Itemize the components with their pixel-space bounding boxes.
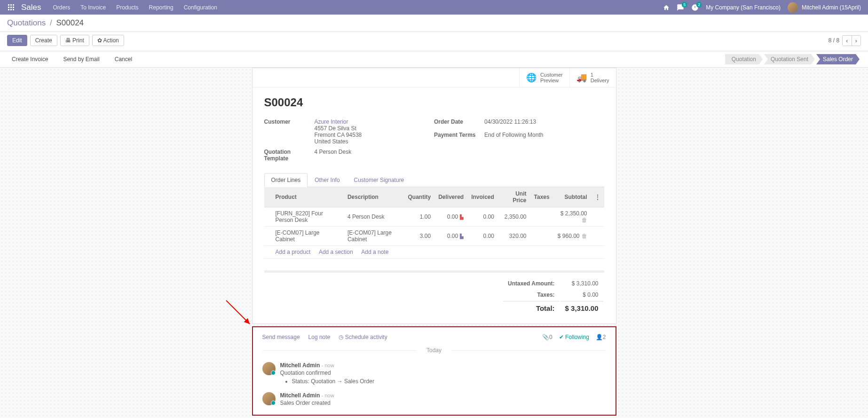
- create-invoice-button[interactable]: Create Invoice: [7, 54, 53, 64]
- menu-products[interactable]: Products: [116, 4, 138, 11]
- status-quotation[interactable]: Quotation: [725, 54, 763, 64]
- action-button[interactable]: ✿ Action: [92, 35, 124, 46]
- delete-icon[interactable]: 🗑: [582, 217, 587, 223]
- user-menu[interactable]: Mitchell Admin (15April): [788, 2, 861, 13]
- status-row: Create Invoice Send by Email Cancel Quot…: [0, 51, 868, 68]
- svg-line-9: [226, 300, 250, 324]
- breadcrumb-current: S00024: [56, 18, 84, 27]
- activity-icon[interactable]: 2: [691, 4, 699, 11]
- svg-rect-1: [10, 4, 12, 6]
- status-sales-order[interactable]: Sales Order: [816, 54, 860, 64]
- breadcrumb-parent[interactable]: Quotations: [7, 18, 46, 27]
- tab-order-lines[interactable]: Order Lines: [264, 173, 308, 187]
- msg-text: Quotation confirmed Status: Quotation → …: [280, 370, 606, 385]
- delete-icon[interactable]: 🗑: [582, 233, 587, 239]
- svg-rect-4: [10, 7, 12, 8]
- col-unit-price: Unit Price: [498, 187, 530, 207]
- svg-rect-3: [8, 7, 9, 8]
- breadcrumb-sep: /: [50, 18, 52, 27]
- company-switcher[interactable]: My Company (San Francisco): [706, 4, 781, 11]
- untaxed-label: Untaxed Amount:: [503, 278, 560, 289]
- order-date-value: 04/30/2022 11:26:13: [484, 118, 536, 125]
- menu-orders[interactable]: Orders: [53, 4, 71, 11]
- pager-prev-button[interactable]: ‹: [843, 36, 852, 46]
- messages-icon[interactable]: 5: [677, 4, 684, 11]
- form-sheet: 🌐 CustomerPreview 🚚 1Delivery S00024 Cus…: [252, 68, 616, 324]
- col-menu[interactable]: ⋮: [591, 187, 604, 207]
- customer-preview-button[interactable]: 🌐 CustomerPreview: [519, 68, 569, 87]
- log-note-link[interactable]: Log note: [308, 334, 331, 340]
- msg-author: Mitchell Admin: [280, 362, 320, 369]
- order-lines-table: Product Description Quantity Delivered I…: [264, 187, 604, 259]
- untaxed-value: $ 3,310.00: [560, 278, 603, 289]
- navbar-right: 5 2 My Company (San Francisco) Mitchell …: [663, 2, 861, 13]
- customer-link[interactable]: Azure Interior: [315, 118, 348, 125]
- following-button[interactable]: ✔ Following: [559, 334, 589, 340]
- attachment-icon: 📎: [542, 334, 549, 340]
- user-icon: 👤: [596, 334, 603, 340]
- status-quotation-sent[interactable]: Quotation Sent: [764, 54, 815, 64]
- msg-time: - now: [322, 363, 334, 368]
- stat-button-box: 🌐 CustomerPreview 🚚 1Delivery: [253, 68, 616, 87]
- followers-count[interactable]: 👤2: [596, 334, 606, 340]
- add-note-link[interactable]: Add a note: [361, 249, 388, 255]
- schedule-activity-link[interactable]: ◷ Schedule activity: [339, 334, 387, 340]
- pager: 8 / 8 ‹ ›: [829, 35, 861, 46]
- msg-author: Mitchell Admin: [280, 392, 320, 399]
- chatter: Send message Log note ◷ Schedule activit…: [252, 326, 616, 416]
- tab-other-info[interactable]: Other Info: [308, 173, 347, 187]
- menu-to-invoice[interactable]: To Invoice: [80, 4, 106, 11]
- truck-icon: 🚚: [576, 72, 587, 83]
- template-value: 4 Person Desk: [315, 149, 352, 162]
- svg-rect-8: [13, 9, 14, 10]
- total-value: $ 3,310.00: [560, 301, 603, 314]
- gear-icon: ✿: [97, 37, 103, 44]
- attachments-count[interactable]: 📎0: [542, 334, 552, 340]
- chatter-message: Mitchell Admin - now Quotation confirmed…: [262, 358, 606, 388]
- add-section-link[interactable]: Add a section: [319, 249, 353, 255]
- tab-customer-signature[interactable]: Customer Signature: [347, 173, 411, 187]
- svg-rect-7: [10, 9, 12, 10]
- breadcrumb-bar: Quotations / S00024: [0, 15, 868, 32]
- send-message-link[interactable]: Send message: [262, 334, 300, 340]
- menu-reporting[interactable]: Reporting: [149, 4, 174, 11]
- taxes-label: Taxes:: [503, 290, 560, 300]
- create-button[interactable]: Create: [30, 35, 57, 46]
- print-button[interactable]: 🖶 Print: [60, 35, 89, 46]
- main-navbar: Sales Orders To Invoice Products Reporti…: [0, 0, 868, 15]
- col-invoiced: Invoiced: [467, 187, 498, 207]
- table-row[interactable]: [FURN_8220] Four Person Desk 4 Person De…: [264, 207, 604, 227]
- delivery-button[interactable]: 🚚 1Delivery: [569, 68, 616, 87]
- activity-badge: 2: [696, 2, 702, 8]
- send-by-email-button[interactable]: Send by Email: [58, 54, 104, 64]
- chatter-date-separator: Today: [262, 347, 606, 354]
- toolbar: Edit Create 🖶 Print ✿ Action 8 / 8 ‹ ›: [0, 32, 868, 51]
- msg-text: Sales Order created: [280, 400, 606, 406]
- customer-label: Customer: [264, 118, 315, 145]
- breadcrumb: Quotations / S00024: [7, 18, 84, 28]
- edit-button[interactable]: Edit: [7, 35, 27, 46]
- menu-configuration[interactable]: Configuration: [184, 4, 217, 11]
- home-icon[interactable]: [663, 4, 670, 11]
- customer-addr2: Fremont CA 94538: [315, 132, 362, 138]
- tabs: Order Lines Other Info Customer Signatur…: [264, 173, 604, 187]
- pager-text: 8 / 8: [829, 37, 839, 44]
- avatar-icon: [262, 362, 276, 375]
- col-product: Product: [272, 187, 344, 207]
- totals: Untaxed Amount:$ 3,310.00 Taxes:$ 0.00 T…: [264, 270, 604, 315]
- apps-icon[interactable]: [7, 3, 16, 12]
- col-quantity: Quantity: [404, 187, 434, 207]
- navbar-menu: Orders To Invoice Products Reporting Con…: [53, 4, 663, 11]
- col-taxes: Taxes: [530, 187, 553, 207]
- cancel-button[interactable]: Cancel: [110, 54, 137, 64]
- forecast-icon[interactable]: ▙: [460, 234, 464, 239]
- user-name: Mitchell Admin (15April): [802, 4, 861, 11]
- table-row[interactable]: [E-COM07] Large Cabinet [E-COM07] Large …: [264, 227, 604, 246]
- payment-terms-value: End of Following Month: [484, 132, 543, 138]
- app-brand[interactable]: Sales: [21, 3, 41, 12]
- pager-next-button[interactable]: ›: [852, 36, 860, 46]
- col-subtotal: Subtotal: [553, 187, 591, 207]
- forecast-icon[interactable]: ▙: [460, 214, 464, 220]
- avatar-icon: [262, 392, 276, 405]
- add-product-link[interactable]: Add a product: [276, 249, 311, 255]
